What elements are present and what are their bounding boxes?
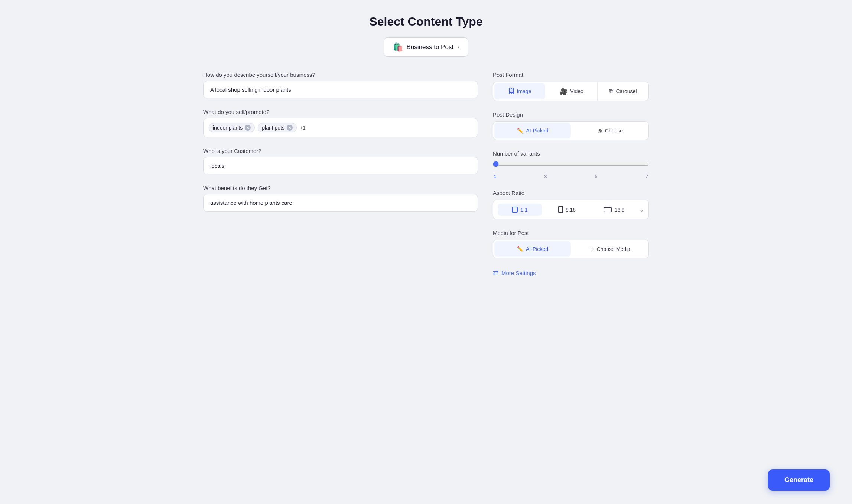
format-option-video[interactable]: 🎥 Video (546, 82, 598, 101)
video-format-icon: 🎥 (560, 88, 568, 95)
media-ai-picked-label: AI-Picked (526, 246, 548, 252)
business-description-field-group: How do you describe yourself/your busine… (203, 72, 478, 98)
main-layout: How do you describe yourself/your busine… (203, 72, 649, 277)
more-settings-button[interactable]: ⇄ More Settings (493, 269, 649, 277)
variants-tick-7: 7 (645, 174, 648, 179)
variants-tick-1: 1 (494, 174, 496, 179)
format-carousel-label: Carousel (616, 88, 637, 94)
media-for-post-row: ✏️ AI-Picked + Choose Media (493, 240, 649, 258)
benefits-label: What benefits do they Get? (203, 185, 478, 191)
aspect-option-1-1[interactable]: 1:1 (498, 204, 542, 216)
generate-button[interactable]: Generate (768, 469, 830, 491)
post-format-row: 🖼 Image 🎥 Video ⧉ Carousel (493, 82, 649, 101)
aspect-ratio-row: 1:1 9:16 16:9 ⌄ (493, 200, 649, 219)
chevron-right-icon: › (457, 44, 459, 50)
more-settings-icon: ⇄ (493, 269, 498, 277)
post-format-group: Post Format 🖼 Image 🎥 Video ⧉ Carousel (493, 72, 649, 101)
variants-slider[interactable] (493, 161, 649, 167)
design-option-ai-picked[interactable]: ✏️ AI-Picked (494, 123, 571, 138)
design-option-choose[interactable]: ◎ Choose (572, 122, 648, 140)
design-ai-picked-label: AI-Picked (526, 128, 549, 134)
benefits-input[interactable] (203, 194, 478, 212)
page-title: Select Content Type (369, 15, 482, 29)
square-aspect-icon (512, 207, 518, 213)
tag-indoor-plants-close[interactable]: ✕ (245, 125, 251, 131)
image-format-icon: 🖼 (508, 88, 514, 95)
landscape-aspect-icon (604, 207, 612, 212)
business-badge-label: Business to Post (407, 43, 454, 51)
format-video-label: Video (570, 88, 583, 94)
choose-design-icon: ◎ (598, 128, 602, 134)
variants-section: Number of variants 1 3 5 7 (493, 150, 649, 179)
design-choose-label: Choose (605, 128, 623, 134)
media-for-post-group: Media for Post ✏️ AI-Picked + Choose Med… (493, 230, 649, 258)
tag-more: +1 (300, 125, 306, 131)
customer-input[interactable] (203, 157, 478, 174)
post-design-group: Post Design ✏️ AI-Picked ◎ Choose (493, 111, 649, 140)
customer-field-group: Who is your Customer? (203, 148, 478, 174)
media-for-post-label: Media for Post (493, 230, 649, 236)
aspect-ratio-chevron-icon[interactable]: ⌄ (639, 206, 644, 213)
aspect-option-9-16[interactable]: 9:16 (545, 203, 589, 216)
aspect-1-1-label: 1:1 (520, 207, 527, 213)
sell-promote-label: What do you sell/promote? (203, 109, 478, 115)
tag-plant-pots: plant pots ✕ (258, 123, 297, 132)
portrait-aspect-icon (558, 206, 563, 213)
sell-promote-tags-input[interactable]: indoor plants ✕ plant pots ✕ +1 (203, 118, 478, 137)
post-design-label: Post Design (493, 111, 649, 118)
sell-promote-field-group: What do you sell/promote? indoor plants … (203, 109, 478, 137)
format-image-label: Image (517, 88, 531, 94)
aspect-16-9-label: 16:9 (614, 207, 624, 213)
right-panel: Post Format 🖼 Image 🎥 Video ⧉ Carousel P… (493, 72, 649, 277)
generate-wrap: Generate (768, 469, 830, 491)
post-design-row: ✏️ AI-Picked ◎ Choose (493, 121, 649, 140)
variants-label: Number of variants (493, 150, 649, 157)
aspect-ratio-label: Aspect Ratio (493, 190, 649, 196)
variants-tick-3: 3 (544, 174, 547, 179)
more-settings-label: More Settings (501, 270, 536, 276)
format-option-image[interactable]: 🖼 Image (494, 83, 545, 99)
business-badge-button[interactable]: 🛍️ Business to Post › (384, 37, 469, 57)
carousel-format-icon: ⧉ (609, 88, 613, 95)
left-panel: How do you describe yourself/your busine… (203, 72, 478, 277)
variants-tick-labels: 1 3 5 7 (493, 174, 649, 179)
media-option-choose[interactable]: + Choose Media (572, 240, 648, 258)
tag-plant-pots-close[interactable]: ✕ (287, 125, 293, 131)
customer-label: Who is your Customer? (203, 148, 478, 154)
media-option-ai-picked[interactable]: ✏️ AI-Picked (494, 241, 571, 257)
business-description-label: How do you describe yourself/your busine… (203, 72, 478, 78)
variants-tick-5: 5 (595, 174, 598, 179)
format-option-carousel[interactable]: ⧉ Carousel (598, 82, 648, 101)
ai-picked-media-icon: ✏️ (517, 246, 523, 252)
business-icon: 🛍️ (393, 42, 403, 52)
choose-media-plus-icon: + (590, 245, 594, 253)
benefits-field-group: What benefits do they Get? (203, 185, 478, 212)
aspect-9-16-label: 9:16 (566, 207, 576, 213)
ai-picked-design-icon: ✏️ (517, 128, 523, 134)
aspect-ratio-group: Aspect Ratio 1:1 9:16 16:9 ⌄ (493, 190, 649, 219)
tag-indoor-plants: indoor plants ✕ (209, 123, 255, 132)
post-format-label: Post Format (493, 72, 649, 78)
aspect-option-16-9[interactable]: 16:9 (592, 204, 636, 216)
media-choose-label: Choose Media (597, 246, 630, 252)
business-description-input[interactable] (203, 81, 478, 98)
